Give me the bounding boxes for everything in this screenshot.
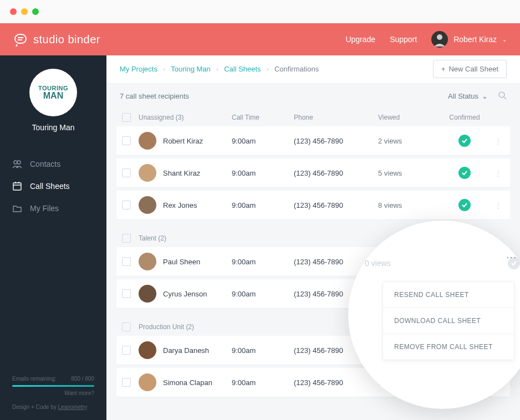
person-name: Simona Clapan	[163, 378, 212, 387]
svg-line-11	[504, 97, 506, 99]
window-titlebar	[0, 0, 520, 23]
views: 8 views	[378, 201, 438, 209]
minimize-window-button[interactable]	[21, 8, 28, 15]
emails-remaining-value: 800 / 800	[71, 376, 94, 382]
avatar	[139, 373, 156, 391]
breadcrumb-current: Confirmations	[274, 65, 319, 73]
new-call-sheet-button[interactable]: + New Call Sheet	[433, 60, 507, 78]
status-filter[interactable]: All Status ⌄	[448, 92, 488, 100]
emails-progress	[12, 385, 94, 387]
person-name: Robert Kiraz	[163, 137, 203, 145]
row-menu-button[interactable]: ⋮	[491, 201, 504, 209]
avatar	[139, 341, 156, 359]
person-name: Rex Jones	[163, 201, 197, 209]
project-name: Touring Man	[0, 123, 106, 132]
chevron-down-icon: ⌄	[482, 92, 488, 100]
row-checkbox[interactable]	[122, 378, 131, 387]
menu-item-remove[interactable]: REMOVE FROM CALL SHEET	[383, 334, 514, 360]
select-group-checkbox[interactable]	[122, 322, 131, 331]
user-avatar	[431, 31, 448, 48]
chevron-right-icon: ›	[267, 65, 269, 73]
row-menu-button[interactable]: ⋮	[491, 169, 504, 177]
zoom-views: 0 views	[365, 259, 391, 268]
upgrade-link[interactable]: Upgrade	[345, 35, 375, 44]
row-checkbox[interactable]	[122, 257, 131, 266]
svg-point-3	[437, 34, 442, 40]
avatar	[139, 164, 156, 182]
call-time: 9:00am	[232, 169, 294, 177]
breadcrumb-link[interactable]: Touring Man	[171, 65, 211, 73]
brand-name: studio binder	[33, 33, 100, 46]
call-time: 9:00am	[232, 258, 294, 266]
want-more-link[interactable]: Want more?	[64, 390, 94, 396]
call-time: 9:00am	[232, 137, 294, 145]
column-header-confirmed: Confirmed	[438, 114, 491, 121]
column-header-phone: Phone	[294, 114, 378, 121]
user-name: Robert Kiraz	[453, 35, 497, 44]
person-name: Shant Kiraz	[163, 169, 200, 177]
chevron-right-icon: ›	[163, 65, 165, 73]
confirm-badge[interactable]	[458, 167, 471, 179]
menu-item-download[interactable]: DOWNLOAD CALL SHEET	[383, 308, 514, 334]
sidebar-item-contacts[interactable]: Contacts	[0, 153, 106, 175]
svg-point-5	[17, 161, 21, 164]
person-name: Cyrus Jenson	[163, 290, 207, 298]
avatar	[139, 132, 156, 150]
svg-point-4	[14, 161, 17, 164]
call-time: 9:00am	[232, 201, 294, 209]
row-checkbox[interactable]	[122, 136, 131, 145]
brand-logo-icon	[13, 32, 28, 47]
user-menu[interactable]: Robert Kiraz ⌄	[431, 31, 507, 48]
plus-icon: +	[441, 65, 446, 73]
row-menu-button[interactable]: ⋮	[491, 137, 504, 145]
table-row[interactable]: Rex Jones9:00am(123) 456-78908 views⋮	[116, 191, 510, 219]
select-all-checkbox[interactable]	[122, 113, 131, 122]
group-label: Talent (2)	[139, 234, 166, 242]
brand[interactable]: studio binder	[13, 32, 100, 47]
menu-item-resend[interactable]: RESEND CALL SHEET	[383, 282, 514, 308]
avatar	[139, 253, 156, 270]
row-context-menu: RESEND CALL SHEET DOWNLOAD CALL SHEET RE…	[383, 281, 514, 360]
column-header-viewed: Viewed	[378, 114, 438, 121]
phone: (123) 456-7890	[294, 378, 378, 387]
sidebar-item-label: My Files	[30, 204, 59, 213]
maximize-window-button[interactable]	[32, 8, 39, 15]
row-checkbox[interactable]	[122, 168, 131, 177]
credit-link[interactable]: Leanometry	[58, 404, 88, 410]
support-link[interactable]: Support	[390, 35, 417, 44]
chevron-down-icon: ⌄	[502, 37, 507, 43]
avatar	[139, 285, 156, 303]
row-checkbox[interactable]	[122, 346, 131, 355]
emails-remaining-label: Emails remaining:	[12, 376, 56, 382]
sidebar-item-call-sheets[interactable]: Call Sheets	[0, 175, 106, 197]
group-header: Unassigned (3)Call TimePhoneViewedConfir…	[116, 109, 510, 126]
table-row[interactable]: Robert Kiraz9:00am(123) 456-78902 views⋮	[116, 126, 510, 155]
call-sheets-icon	[12, 181, 22, 191]
breadcrumb: My Projects › Touring Man › Call Sheets …	[120, 65, 319, 73]
chevron-right-icon: ›	[216, 65, 218, 73]
confirm-badge[interactable]	[458, 199, 471, 211]
confirm-badge[interactable]	[458, 135, 471, 147]
svg-point-10	[499, 92, 504, 98]
svg-rect-0	[15, 34, 26, 43]
views: 5 views	[378, 169, 438, 177]
select-group-checkbox[interactable]	[122, 234, 131, 243]
project-logo[interactable]: TOURING MAN	[29, 69, 77, 116]
close-window-button[interactable]	[10, 8, 17, 15]
sidebar-item-label: Contacts	[30, 160, 60, 168]
row-checkbox[interactable]	[122, 201, 131, 209]
column-header-time: Call Time	[232, 114, 294, 121]
column-header-name: Unassigned (3)	[139, 114, 232, 121]
search-icon[interactable]	[498, 91, 507, 101]
folder-icon	[12, 203, 22, 213]
design-credit: Design + Code by Leanometry	[12, 404, 94, 410]
person-name: Paul Sheen	[163, 258, 200, 266]
recipient-count: 7 call sheet recipients	[120, 92, 189, 100]
table-row[interactable]: Shant Kiraz9:00am(123) 456-78905 views⋮	[116, 158, 510, 187]
sidebar: TOURING MAN Touring Man Contacts Call Sh…	[0, 55, 106, 420]
breadcrumb-link[interactable]: My Projects	[120, 65, 157, 73]
sidebar-item-my-files[interactable]: My Files	[0, 197, 106, 219]
svg-rect-6	[13, 183, 21, 190]
row-checkbox[interactable]	[122, 289, 131, 298]
breadcrumb-link[interactable]: Call Sheets	[224, 65, 261, 73]
